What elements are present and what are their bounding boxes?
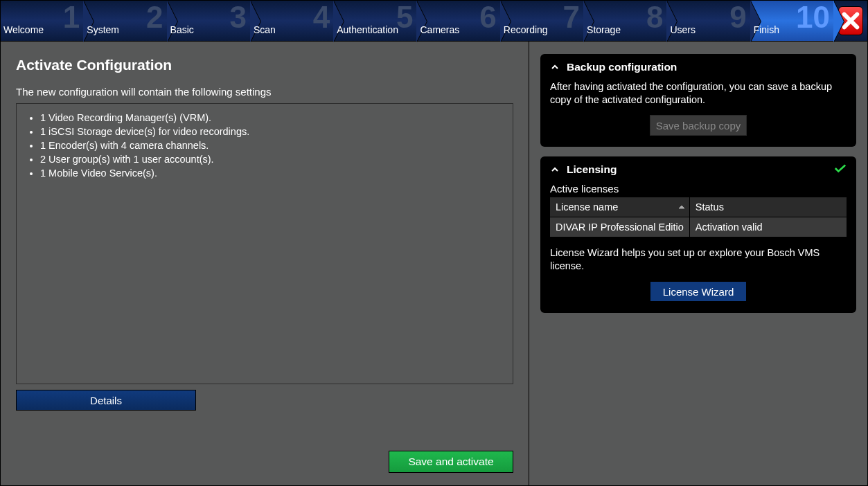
check-icon xyxy=(834,163,847,176)
step-scan[interactable]: 4Scan xyxy=(251,1,334,41)
step-label: System xyxy=(87,24,119,35)
step-label: Finish xyxy=(754,24,779,35)
save-and-activate-button[interactable]: Save and activate xyxy=(389,451,513,473)
save-backup-copy-button: Save backup copy xyxy=(650,115,747,136)
main-area: Activate Configuration The new configura… xyxy=(0,42,868,486)
step-label: Authentication xyxy=(337,24,398,35)
sort-icon xyxy=(678,201,685,213)
config-item: 1 Mobile Video Service(s). xyxy=(40,166,507,180)
license-name-header[interactable]: License name xyxy=(550,197,689,217)
step-authentication[interactable]: 5Authentication xyxy=(334,1,417,41)
config-item: 1 Video Recording Manager(s) (VRM). xyxy=(40,111,507,125)
config-item: 1 Encoder(s) with 4 camera channels. xyxy=(40,138,507,152)
licensing-panel-header[interactable]: Licensing xyxy=(550,163,847,176)
step-basic[interactable]: 3Basic xyxy=(168,1,251,41)
config-item: 2 User group(s) with 1 user account(s). xyxy=(40,152,507,166)
step-finish[interactable]: 10Finish xyxy=(751,1,834,41)
step-label: Welcome xyxy=(3,24,44,35)
chevron-up-icon xyxy=(550,62,560,72)
step-label: Recording xyxy=(504,24,548,35)
table-row[interactable]: DIVAR IP Professional Editio Activation … xyxy=(550,217,847,237)
wizard-nav: 1Welcome 2System 3Basic 4Scan 5Authentic… xyxy=(0,0,868,42)
left-pane: Activate Configuration The new configura… xyxy=(1,42,529,485)
config-item: 1 iSCSI Storage device(s) for video reco… xyxy=(40,125,507,138)
details-button[interactable]: Details xyxy=(16,390,196,411)
step-welcome[interactable]: 1Welcome xyxy=(1,1,84,41)
page-subtitle: The new configuration will contain the f… xyxy=(16,86,513,98)
backup-panel-header[interactable]: Backup configuration xyxy=(550,61,847,73)
configuration-list: 1 Video Recording Manager(s) (VRM). 1 iS… xyxy=(16,103,513,384)
step-label: Basic xyxy=(170,24,194,35)
backup-panel: Backup configuration After having activa… xyxy=(540,54,856,147)
backup-description: After having activated the configuration… xyxy=(550,80,847,107)
license-status-header[interactable]: Status xyxy=(689,197,847,217)
licensing-panel: Licensing Active licenses License name S… xyxy=(540,156,856,313)
step-cameras[interactable]: 6Cameras xyxy=(417,1,500,41)
step-label: Scan xyxy=(254,24,276,35)
step-storage[interactable]: 8Storage xyxy=(584,1,667,41)
chevron-up-icon xyxy=(550,165,560,174)
license-wizard-button[interactable]: License Wizard xyxy=(650,281,747,302)
backup-panel-title: Backup configuration xyxy=(567,61,677,73)
step-label: Cameras xyxy=(420,24,459,35)
licensing-help-text: License Wizard helps you set up or explo… xyxy=(550,246,847,273)
step-label: Users xyxy=(670,24,696,35)
page-title: Activate Configuration xyxy=(16,57,513,73)
licensing-panel-title: Licensing xyxy=(567,163,617,176)
license-name-cell: DIVAR IP Professional Editio xyxy=(550,217,689,237)
step-system[interactable]: 2System xyxy=(84,1,167,41)
step-recording[interactable]: 7Recording xyxy=(501,1,584,41)
license-status-cell: Activation valid xyxy=(689,217,847,237)
step-users[interactable]: 9Users xyxy=(667,1,750,41)
licenses-table: License name Status DIVAR IP Professiona… xyxy=(550,197,847,237)
right-pane: Backup configuration After having activa… xyxy=(529,42,867,485)
step-label: Storage xyxy=(587,24,621,35)
active-licenses-heading: Active licenses xyxy=(550,183,847,195)
